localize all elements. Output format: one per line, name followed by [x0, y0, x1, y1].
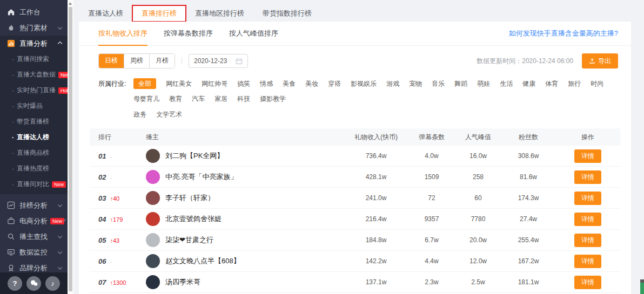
industry-filter: 所属行业: 全部网红美女网红帅哥搞笑情感美食美妆穿搭影视娱乐游戏宠物音乐舞蹈萌娃…: [79, 69, 631, 120]
industry-chip[interactable]: 搞笑: [237, 78, 250, 89]
help-button[interactable]: ?: [8, 276, 22, 291]
help-link[interactable]: 如何发现快手直播含金量高的主播?: [509, 22, 618, 45]
fans-count: 81.6w: [501, 173, 555, 181]
sidebar-subitem[interactable]: 直播间搜索: [0, 51, 68, 67]
shopping-bag-icon: [7, 217, 15, 225]
industry-chip[interactable]: 生活: [500, 78, 513, 89]
industry-chip[interactable]: 旅行: [568, 78, 581, 89]
column-header-peak: 人气峰值: [455, 133, 501, 142]
tab-live-region-rank[interactable]: 直播地区排行榜: [186, 5, 253, 22]
industry-chip[interactable]: 网红帅哥: [202, 78, 227, 89]
sidebar-subitem[interactable]: 直播大盘数据 New: [0, 67, 68, 83]
sidebar-subitem-label: 带货直播榜: [17, 117, 49, 126]
industry-chip[interactable]: 全部: [133, 78, 156, 89]
avatar: [146, 233, 160, 247]
sidebar-scrollbar[interactable]: [68, 0, 73, 294]
detail-button[interactable]: 详情: [574, 213, 601, 226]
sidebar: 工作台 热门素材 直播分析 直播间搜索 直播大盘数据: [0, 0, 68, 294]
industry-chip-row: 政务文学艺术: [133, 109, 618, 120]
sidebar-item-ecommerce[interactable]: 电商分析 New: [0, 213, 68, 229]
industry-chip[interactable]: 科技: [237, 93, 250, 104]
rank-number: 07: [98, 278, 106, 286]
sidebar-subitem[interactable]: 直播间对比 New: [0, 176, 68, 192]
subtab-sort-by-peak[interactable]: 按人气峰值排序: [229, 22, 278, 46]
industry-chip[interactable]: 游戏: [386, 78, 399, 89]
sidebar-item-hot-material[interactable]: 热门素材: [0, 20, 68, 36]
tab-live-talent-rank[interactable]: 直播达人榜: [79, 5, 132, 22]
tab-goods-index-rank[interactable]: 带货指数排行榜: [253, 5, 321, 22]
subtab-sort-by-gift[interactable]: 按礼物收入排序: [98, 22, 147, 46]
chevron-down-icon: [58, 202, 62, 207]
sidebar-subitem[interactable]: 带货直播榜: [0, 114, 68, 129]
wechat-button[interactable]: [26, 276, 41, 291]
sidebar-item-workbench[interactable]: 工作台: [0, 4, 68, 20]
period-weekly-button[interactable]: 周榜: [124, 54, 149, 68]
industry-chip[interactable]: 汽车: [192, 93, 205, 104]
sidebar-item-data-monitor[interactable]: 数据监控: [0, 244, 68, 260]
industry-chip[interactable]: 穿搭: [328, 78, 341, 89]
host-name: 李子轩（轩家）: [165, 193, 214, 203]
avatar: [146, 170, 160, 184]
industry-chip[interactable]: 母婴育儿: [133, 93, 159, 104]
detail-button[interactable]: 详情: [574, 276, 601, 289]
detail-button[interactable]: 详情: [574, 170, 601, 184]
music-button[interactable]: ♪: [45, 276, 60, 291]
sidebar-subitem[interactable]: 实时热门直播 Hot: [0, 83, 68, 98]
detail-button[interactable]: 详情: [574, 234, 601, 247]
chevron-up-icon: [58, 41, 62, 45]
column-header-fans: 粉丝数: [501, 133, 555, 142]
industry-chip[interactable]: 家居: [214, 93, 227, 104]
scrollbar-thumb[interactable]: [69, 7, 72, 291]
sidebar-item-host-search[interactable]: 播主查找: [0, 229, 68, 244]
sidebar-item-live-analysis[interactable]: 直播分析: [0, 36, 68, 51]
industry-chip[interactable]: 影视娱乐: [351, 78, 377, 89]
chevron-down-icon: [58, 249, 62, 254]
industry-chip[interactable]: 教育: [169, 93, 182, 104]
industry-chip[interactable]: 政务: [133, 109, 146, 120]
chevron-down-icon: [58, 265, 62, 269]
industry-chip[interactable]: 情感: [260, 78, 273, 89]
peak-popularity: 258: [455, 173, 501, 181]
detail-button[interactable]: 详情: [574, 192, 601, 205]
industry-chip-row: 全部网红美女网红帅哥搞笑情感美食美妆穿搭影视娱乐游戏宠物音乐舞蹈萌娃生活健康体育…: [133, 78, 618, 104]
industry-chip[interactable]: 舞蹈: [454, 78, 467, 89]
table-row: 02- 中亮.亮哥「中亮家族」 428.1w 1509 258 81.6w 详情: [90, 167, 620, 188]
industry-chip[interactable]: 美妆: [305, 78, 318, 89]
industry-chip[interactable]: 体育: [545, 78, 558, 89]
sidebar-item-rank-analysis[interactable]: 挂榜分析: [0, 197, 68, 213]
column-header-danmu: 弹幕条数: [408, 133, 455, 142]
sidebar-subitem[interactable]: 直播热度榜: [0, 161, 68, 176]
industry-chip[interactable]: 网红美女: [166, 78, 192, 89]
table-row: 03↑40 李子轩（轩家） 241.0w 72 60 174.3w 详情: [90, 188, 620, 209]
period-monthly-button[interactable]: 月榜: [149, 54, 175, 68]
industry-chip[interactable]: 萌娃: [477, 78, 490, 89]
detail-button[interactable]: 详情: [574, 255, 601, 268]
danmu-count: 2.3w: [408, 278, 455, 286]
sidebar-subitem[interactable]: 实时爆品: [0, 98, 68, 114]
export-button[interactable]: 导出: [582, 53, 618, 69]
table-row: 04↑179 北京壹號鸽舍张媞 216.4w 9357 7780 27.4w 详…: [90, 209, 620, 230]
industry-chip[interactable]: 文学艺术: [156, 109, 182, 120]
scrollbar-up-arrow[interactable]: [69, 2, 72, 5]
industry-chip[interactable]: 摄影教学: [260, 93, 286, 104]
date-picker[interactable]: 2020-12-23: [189, 54, 248, 68]
industry-chip[interactable]: 时尚: [591, 78, 603, 89]
industry-chip[interactable]: 音乐: [432, 78, 445, 89]
corner-widget[interactable]: [640, 279, 644, 294]
industry-chip[interactable]: 美食: [283, 78, 296, 89]
host-name: 中亮.亮哥「中亮家族」: [165, 172, 238, 182]
table-header: 排行 播主 礼物收入(快币) 弹幕条数 人气峰值 粉丝数 操作: [90, 128, 620, 146]
detail-button[interactable]: 详情: [574, 149, 601, 163]
industry-chip[interactable]: 健康: [522, 78, 535, 89]
period-daily-button[interactable]: 日榜: [99, 54, 124, 68]
monitor-icon: [7, 248, 15, 256]
sidebar-group-live-analysis: 直播分析 直播间搜索 直播大盘数据 New 实时热门直播 Hot 实时爆品 带货…: [0, 36, 68, 194]
sidebar-subitem[interactable]: 直播达人榜: [0, 129, 68, 145]
table-row: 01- 刘二狗【PK全网】 736.4w 4.0w 16.0w 308.6w 详…: [90, 146, 620, 167]
avatar: [146, 149, 160, 163]
industry-chip[interactable]: 宠物: [409, 78, 422, 89]
host-name: 刘二狗【PK全网】: [165, 151, 224, 161]
subtab-sort-by-danmu[interactable]: 按弹幕条数排序: [164, 22, 213, 46]
tab-live-ranking[interactable]: 直播排行榜: [132, 5, 186, 22]
sidebar-subitem[interactable]: 直播商品榜: [0, 145, 68, 161]
